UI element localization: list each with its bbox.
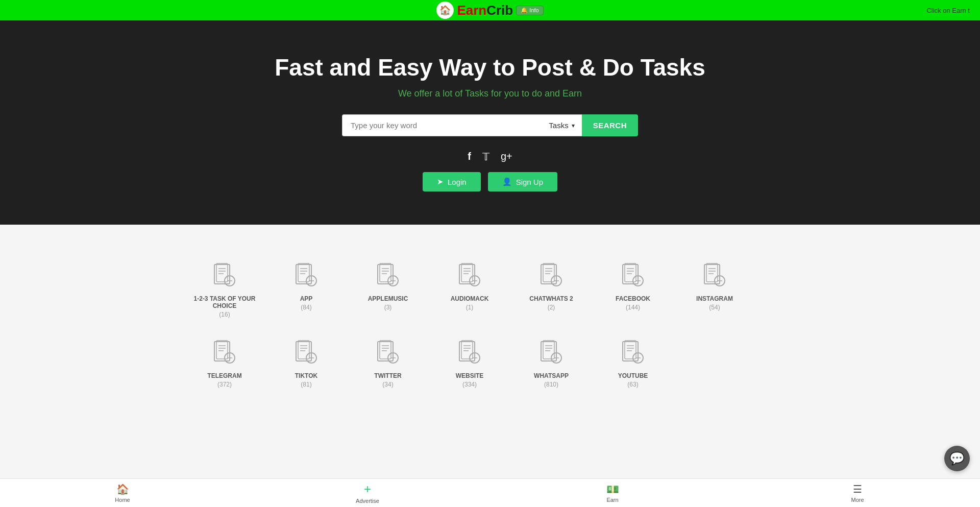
nav-more[interactable]: ☰ More — [735, 479, 980, 507]
svg-rect-1 — [216, 263, 228, 282]
hero-section: Fast and Easy Way to Post & Do Tasks We … — [0, 20, 980, 225]
cat-name: TWITTER — [374, 372, 401, 379]
hero-buttons: ➤ Login 👤 Sign Up — [423, 172, 557, 191]
category-item[interactable]: Chatwhats 2 (2) — [510, 250, 592, 327]
cat-count: (372) — [217, 381, 232, 388]
svg-rect-41 — [625, 263, 636, 282]
earn-icon: 💵 — [606, 483, 619, 495]
svg-rect-33 — [543, 263, 554, 282]
category-item[interactable]: YOUTUBE (63) — [592, 327, 674, 397]
cat-name: TELEGRAM — [207, 372, 241, 379]
home-icon: 🏠 — [116, 483, 129, 495]
cat-icon — [619, 339, 647, 367]
social-icons: f 𝕋 g+ — [468, 151, 512, 163]
cat-icon — [455, 261, 484, 290]
category-item[interactable]: APPLEMUSIC (3) — [347, 250, 429, 327]
cat-icon — [537, 261, 566, 290]
signup-button[interactable]: 👤 Sign Up — [488, 172, 557, 191]
cat-name: 1-2-3 TASK OF YOUR CHOICE — [189, 295, 260, 309]
cat-icon — [619, 261, 647, 290]
cat-name: TIKTOK — [295, 372, 317, 379]
categories-section: 1-2-3 TASK OF YOUR CHOICE (16) APP (84) — [0, 225, 980, 448]
category-item[interactable]: TIKTOK (81) — [265, 327, 347, 397]
more-icon: ☰ — [853, 483, 862, 495]
cat-name: WEBSITE — [456, 372, 484, 379]
top-bar: 🏠 EarnCrib 🔔 Info Click on Earn t — [0, 0, 980, 20]
facebook-icon[interactable]: f — [468, 151, 471, 163]
svg-rect-89 — [543, 341, 554, 359]
search-button[interactable]: SEARCH — [582, 114, 638, 136]
login-icon: ➤ — [437, 177, 444, 186]
category-item[interactable]: AUDIOMACK (1) — [429, 250, 510, 327]
login-button[interactable]: ➤ Login — [423, 172, 481, 191]
category-item[interactable]: INSTAGRAM (54) — [674, 250, 755, 327]
svg-rect-73 — [380, 341, 391, 359]
support-button[interactable]: 💬 — [944, 446, 970, 471]
category-item[interactable]: APP (84) — [265, 250, 347, 327]
logo-area: 🏠 EarnCrib 🔔 Info — [436, 2, 543, 19]
category-item[interactable]: TWITTER (34) — [347, 327, 429, 397]
cat-icon — [292, 339, 321, 367]
cat-count: (144) — [626, 304, 640, 311]
twitter-icon[interactable]: 𝕋 — [482, 151, 489, 163]
cat-name: APP — [300, 295, 313, 302]
cat-name: YOUTUBE — [618, 372, 648, 379]
cat-count: (84) — [301, 304, 311, 311]
cat-count: (63) — [627, 381, 638, 388]
svg-rect-65 — [298, 341, 309, 359]
cat-count: (1) — [466, 304, 474, 311]
logo-text: EarnCrib — [457, 3, 513, 18]
category-item[interactable]: FACEBOOK (144) — [592, 250, 674, 327]
svg-rect-97 — [625, 341, 636, 359]
cat-icon — [537, 339, 566, 367]
svg-rect-9 — [298, 263, 309, 282]
category-item[interactable]: TELEGRAM (372) — [184, 327, 265, 397]
ticker-text: Click on Earn t — [926, 7, 970, 14]
svg-rect-17 — [380, 263, 391, 282]
cat-icon — [374, 261, 402, 290]
nav-advertise[interactable]: + Advertise — [245, 479, 490, 507]
logo-house-icon: 🏠 — [436, 2, 454, 19]
category-item[interactable]: 1-2-3 TASK OF YOUR CHOICE (16) — [184, 250, 265, 327]
info-badge[interactable]: 🔔 Info — [516, 6, 543, 15]
logo-earn: Earn — [457, 3, 486, 18]
nav-advertise-label: Advertise — [356, 498, 379, 504]
cat-count: (810) — [544, 381, 558, 388]
tasks-dropdown[interactable]: Tasks — [542, 114, 581, 136]
logo-crib: Crib — [486, 3, 513, 18]
cat-icon — [210, 261, 239, 290]
cat-count: (16) — [219, 311, 230, 318]
svg-rect-81 — [461, 341, 473, 359]
cat-name: Chatwhats 2 — [529, 295, 573, 302]
login-label: Login — [448, 178, 467, 186]
svg-rect-57 — [216, 341, 228, 359]
category-item[interactable]: WEBSITE (334) — [429, 327, 510, 397]
signup-icon: 👤 — [502, 177, 512, 186]
cat-count: (334) — [462, 381, 477, 388]
dropdown-label: Tasks — [549, 121, 568, 130]
signup-label: Sign Up — [516, 178, 543, 186]
search-input[interactable] — [342, 114, 542, 136]
advertise-icon: + — [364, 482, 371, 496]
svg-rect-49 — [706, 263, 718, 282]
nav-earn-label: Earn — [606, 497, 618, 503]
cat-icon — [455, 339, 484, 367]
nav-earn[interactable]: 💵 Earn — [490, 479, 735, 507]
nav-home-label: Home — [115, 497, 130, 503]
cat-name: FACEBOOK — [616, 295, 650, 302]
cat-name: APPLEMUSIC — [368, 295, 408, 302]
cat-count: (81) — [301, 381, 311, 388]
category-item[interactable]: WHATSAPP (810) — [510, 327, 592, 397]
cat-count: (34) — [382, 381, 393, 388]
cat-icon — [374, 339, 402, 367]
googleplus-icon[interactable]: g+ — [501, 151, 512, 163]
hero-heading: Fast and Easy Way to Post & Do Tasks — [275, 54, 705, 81]
cat-count: (3) — [384, 304, 392, 311]
cat-icon — [210, 339, 239, 367]
search-bar: Tasks SEARCH — [342, 114, 638, 136]
cat-name: INSTAGRAM — [696, 295, 733, 302]
nav-more-label: More — [851, 497, 864, 503]
cat-count: (54) — [709, 304, 720, 311]
nav-home[interactable]: 🏠 Home — [0, 479, 245, 507]
cat-count: (2) — [548, 304, 555, 311]
